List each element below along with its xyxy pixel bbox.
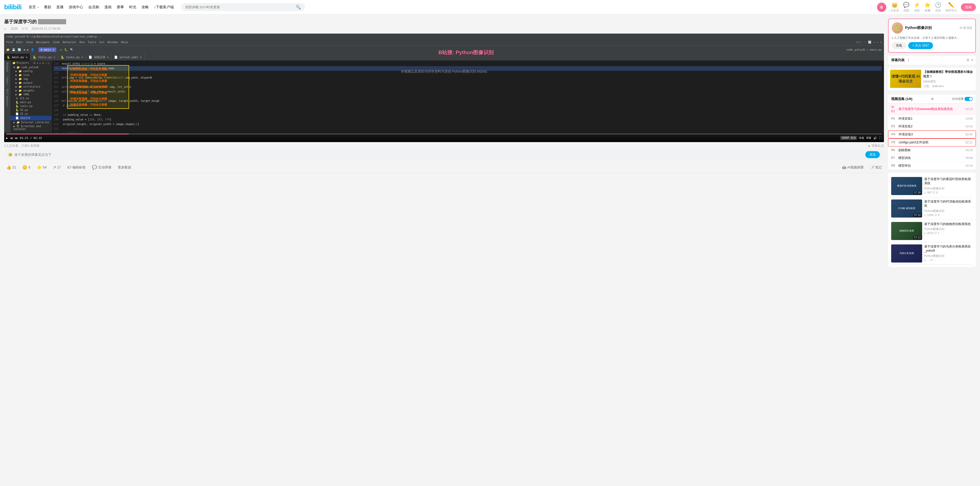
menu-navigate[interactable]: Navigate [36, 41, 50, 44]
nav-home[interactable]: 首页 ▾ [27, 4, 41, 11]
nav-create[interactable]: ✏️ 创作中心 [945, 2, 957, 13]
bilibili-logo[interactable]: bilibili [4, 3, 21, 11]
nav-live[interactable]: 直播 [54, 4, 65, 11]
rec-item-2[interactable]: PCB板 缺陷检测 57:10 基于深度学习的PCB板块陷检测系统 Python… [891, 198, 973, 220]
menu-git[interactable]: Git [99, 41, 105, 44]
menu-tools[interactable]: Tools [88, 41, 96, 44]
danmu-sort[interactable]: ☰ [967, 58, 969, 62]
tree-icon[interactable]: ▶ 📁 icon [10, 73, 51, 77]
toolbar-user[interactable]: 👤 [31, 48, 34, 51]
nav-message[interactable]: 💬 消息 [903, 2, 910, 13]
tree-config[interactable]: ▶ 📁 config [10, 69, 51, 73]
tree-main-py[interactable]: 🐍 main.py [10, 100, 51, 104]
tab-tools-py[interactable]: 🐍 tools.py ✕ [30, 54, 58, 61]
nav-match[interactable]: 赛事 [115, 4, 126, 11]
tree-weights[interactable]: ▶ 📁 weights [10, 89, 51, 92]
menu-view[interactable]: View [26, 41, 33, 44]
tab-yaml[interactable]: 📄 yolov5.yaml ✕ [111, 54, 145, 61]
edit-tags-button[interactable]: 🏷 编辑标签 [65, 164, 88, 171]
tab-tasks-py[interactable]: 🐍 tasks.py ✕ [58, 54, 86, 61]
playlist-item-p7[interactable]: P7 模型训练 09:08 [888, 154, 976, 162]
playlist-list-icon[interactable]: ≡ [931, 97, 934, 101]
menu-window[interactable]: Window [108, 41, 118, 44]
toolbar-search[interactable]: 🔍 [70, 48, 73, 51]
playlist-item-p6[interactable]: P6 副除图标 02:20 [888, 147, 976, 154]
up-avatar[interactable]: 🐍 [892, 22, 903, 33]
user-avatar[interactable]: B [877, 3, 886, 12]
danmu-expand[interactable]: ▾ [971, 58, 973, 62]
tab-training-log[interactable]: 📄 训练记录 ✕ [86, 54, 111, 61]
playlist-item-p5[interactable]: P5 configs.yaml文件说明 02:21 [888, 139, 976, 147]
toolbar-back[interactable]: ◀ [23, 48, 25, 51]
message-button[interactable]: ✉ 发消息 [959, 26, 972, 30]
fav-button[interactable]: ⭐ 54 [35, 164, 49, 171]
next-button[interactable]: ⏭ [15, 136, 18, 140]
nav-bangumi[interactable]: 番剧 [42, 4, 53, 11]
tree-scratches[interactable]: ▶ 🗄 Scratches and Consoles [10, 124, 51, 131]
menu-refactor[interactable]: Refactor [63, 41, 76, 44]
tree-file-1[interactable]: 🖱 111.xs [10, 96, 51, 100]
speed-selector[interactable]: 倍速 [859, 136, 864, 140]
danmu-toggle[interactable]: 弹幕 [866, 136, 871, 140]
menu-edit[interactable]: Edit [16, 41, 23, 44]
tree-yaml[interactable]: ▶ 📁 YAML [10, 92, 51, 96]
playlist-item-p3[interactable]: P3 环境安装2 03:42 [888, 123, 976, 131]
tree-ui-py[interactable]: 🐍 UI.py [10, 108, 51, 112]
rec-item-3[interactable]: 植物类别 检测 57:13 基于深度学习的植物类别检测系统 Python图像识别… [891, 220, 973, 242]
toolbar-save[interactable]: 💾 [12, 48, 16, 51]
progress-bar[interactable] [6, 134, 882, 134]
toolbar-run[interactable]: ▶ [60, 48, 62, 51]
nav-manga[interactable]: 漫画 [102, 4, 114, 11]
toolbar-bug[interactable]: 🐛 [64, 48, 68, 51]
left-tab-commit[interactable]: Commit [6, 76, 8, 85]
tree-ext-libs[interactable]: ▶ 📁 External Libraries [10, 120, 51, 124]
quality-selector[interactable]: 1080P 高清 [840, 136, 857, 140]
follow-button[interactable]: + 关注 1647 [908, 42, 933, 49]
like-button[interactable]: 👍 21 [4, 164, 18, 171]
playlist-item-p2[interactable]: P2 环境安装1 23:04 [888, 115, 976, 123]
more-data-button[interactable]: 更多数据 [116, 164, 133, 171]
nav-vip[interactable]: 👑 大会员 [890, 2, 899, 13]
menu-run[interactable]: Run [80, 41, 85, 44]
upload-button[interactable]: 投稿 [961, 3, 976, 11]
toolbar-refresh[interactable]: 🔄 [18, 48, 21, 51]
tree-output[interactable]: ▶ 📁 output [10, 81, 51, 85]
nav-history[interactable]: 🕐 历史 [935, 2, 941, 13]
tab-main-py[interactable]: 🐍 main.py ✕ [4, 54, 30, 61]
share-button[interactable]: ↗ 17 [51, 164, 63, 171]
left-tab-project[interactable]: Project [6, 62, 8, 72]
branch-selector[interactable]: ⚙ main ▾ [38, 48, 56, 52]
tree-training-log[interactable]: 📄 训练记录 [10, 116, 51, 120]
comment-input[interactable] [14, 153, 863, 156]
volume-icon[interactable]: 🔊 [873, 136, 877, 140]
charge-button[interactable]: 充电 [892, 42, 906, 49]
emoji-icon[interactable]: 😊 [8, 153, 13, 156]
nav-time[interactable]: 时光 [127, 4, 138, 11]
coin-button[interactable]: 🪙 6 [20, 164, 32, 171]
nav-game[interactable]: 游戏中心 [67, 4, 85, 11]
rec-item-1[interactable]: 番茄叶部 病害检测 57:28 基于深度学习的番茄叶部病害检测系统 Python… [891, 175, 973, 198]
danmu-mode-button[interactable]: 💬 互动弹幕 [90, 164, 114, 171]
notes-button[interactable]: 📝 笔记 [868, 164, 884, 171]
playlist-item-p8[interactable]: P8 模型评估 02:10 [888, 162, 976, 170]
nav-fav[interactable]: ⭐ 收藏 [924, 2, 931, 13]
ai-summary-button[interactable]: 🤖 AI视频摘要 [840, 164, 866, 171]
rec-item-4[interactable]: 鸟类分类 检测 基于深度学习的鸟类分类检测系统_yolov8 Python图像识… [891, 242, 973, 265]
play-button[interactable]: ▶ [6, 136, 8, 140]
tree-ultralytics[interactable]: ▶ 📁 ultralytics [10, 85, 51, 89]
nav-mall[interactable]: 会员购 [86, 4, 101, 11]
tree-img[interactable]: ▶ 📁 img [10, 77, 51, 81]
prev-button[interactable]: ⏮ [10, 136, 13, 140]
tree-ui-ui[interactable]: 📄 UI.ui [10, 112, 51, 116]
playlist-item-p1[interactable]: 中 P1 基于深度学习的■■■■■■熟练度检测系统 02:15 [888, 104, 976, 115]
toolbar-folder[interactable]: 📁 [6, 48, 10, 51]
toolbar-forward[interactable]: ▶ [27, 48, 29, 51]
search-icon[interactable]: 🔍 [296, 5, 301, 10]
nav-guide[interactable]: 攻略 [140, 4, 151, 11]
tree-root[interactable]: ▼ 📁 code_yolov8 [10, 65, 51, 69]
tree-tools-py[interactable]: 🐍 tools.py [10, 104, 51, 108]
playlist-item-p4[interactable]: P4 环境安装3 03:45 [888, 131, 976, 139]
send-button[interactable]: 发送 [865, 151, 880, 158]
autoplay-switch[interactable] [964, 97, 973, 101]
nav-download[interactable]: ↓下载客户端 [152, 4, 176, 11]
